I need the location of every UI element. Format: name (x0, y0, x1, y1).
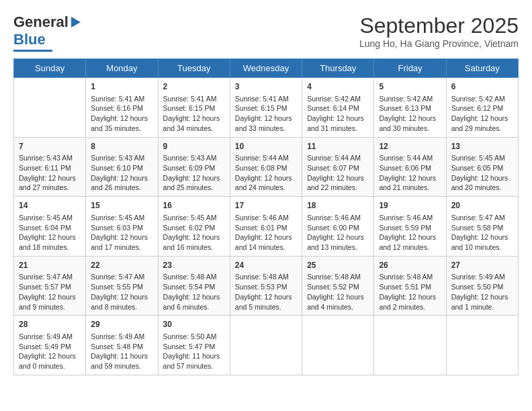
calendar-cell: 16Sunrise: 5:45 AM Sunset: 6:02 PM Dayli… (158, 197, 230, 257)
page-subtitle: Lung Ho, Ha Giang Province, Vietnam (359, 38, 519, 49)
calendar-cell: 28Sunrise: 5:49 AM Sunset: 5:49 PM Dayli… (14, 316, 86, 375)
calendar-cell: 9Sunrise: 5:43 AM Sunset: 6:09 PM Daylig… (158, 137, 230, 197)
logo-text-blue: Blue (13, 31, 46, 48)
day-number: 14 (19, 200, 81, 212)
day-number: 7 (19, 141, 81, 152)
calendar-cell: 27Sunrise: 5:49 AM Sunset: 5:50 PM Dayli… (446, 256, 518, 316)
day-info: Sunrise: 5:45 AM Sunset: 6:05 PM Dayligh… (451, 153, 513, 193)
col-wednesday: Wednesday (230, 59, 302, 78)
day-info: Sunrise: 5:42 AM Sunset: 6:13 PM Dayligh… (379, 94, 441, 134)
day-number: 11 (307, 141, 369, 152)
day-info: Sunrise: 5:49 AM Sunset: 5:50 PM Dayligh… (451, 272, 513, 312)
calendar-cell: 25Sunrise: 5:48 AM Sunset: 5:52 PM Dayli… (302, 256, 374, 316)
calendar-cell (14, 78, 86, 138)
day-number: 2 (163, 81, 225, 93)
day-info: Sunrise: 5:43 AM Sunset: 6:10 PM Dayligh… (91, 153, 152, 193)
calendar-cell: 20Sunrise: 5:47 AM Sunset: 5:58 PM Dayli… (446, 197, 518, 257)
day-info: Sunrise: 5:48 AM Sunset: 5:52 PM Dayligh… (307, 272, 369, 312)
logo-text-general: General (13, 13, 69, 31)
col-sunday: Sunday (14, 59, 86, 78)
col-thursday: Thursday (302, 59, 374, 78)
day-number: 12 (379, 141, 441, 152)
day-number: 18 (307, 200, 369, 212)
day-number: 24 (235, 260, 297, 271)
calendar-cell: 19Sunrise: 5:46 AM Sunset: 5:59 PM Dayli… (374, 197, 446, 257)
day-info: Sunrise: 5:49 AM Sunset: 5:48 PM Dayligh… (91, 332, 152, 371)
day-info: Sunrise: 5:43 AM Sunset: 6:09 PM Dayligh… (163, 153, 225, 193)
day-info: Sunrise: 5:46 AM Sunset: 6:01 PM Dayligh… (235, 213, 297, 253)
day-info: Sunrise: 5:44 AM Sunset: 6:08 PM Dayligh… (235, 153, 297, 193)
day-info: Sunrise: 5:45 AM Sunset: 6:02 PM Dayligh… (163, 213, 225, 253)
logo-arrow-icon (71, 17, 81, 28)
calendar-cell: 23Sunrise: 5:48 AM Sunset: 5:54 PM Dayli… (158, 256, 230, 316)
day-info: Sunrise: 5:41 AM Sunset: 6:15 PM Dayligh… (235, 94, 297, 134)
day-number: 27 (451, 260, 513, 271)
day-number: 3 (235, 81, 297, 93)
day-info: Sunrise: 5:41 AM Sunset: 6:16 PM Dayligh… (91, 94, 152, 134)
logo-underline (13, 50, 52, 52)
calendar-week-row: 21Sunrise: 5:47 AM Sunset: 5:57 PM Dayli… (14, 256, 519, 316)
day-number: 6 (451, 81, 513, 93)
calendar-cell: 12Sunrise: 5:44 AM Sunset: 6:06 PM Dayli… (374, 137, 446, 197)
day-info: Sunrise: 5:49 AM Sunset: 5:49 PM Dayligh… (19, 332, 81, 371)
logo: General Blue (13, 13, 81, 52)
calendar-cell: 15Sunrise: 5:45 AM Sunset: 6:03 PM Dayli… (86, 197, 158, 257)
calendar-cell: 13Sunrise: 5:45 AM Sunset: 6:05 PM Dayli… (446, 137, 518, 197)
calendar-table: Sunday Monday Tuesday Wednesday Thursday… (13, 58, 519, 375)
page-title: September 2025 (359, 13, 519, 38)
calendar-cell: 7Sunrise: 5:43 AM Sunset: 6:11 PM Daylig… (14, 137, 86, 197)
day-number: 13 (451, 141, 513, 152)
day-number: 30 (163, 319, 225, 330)
day-number: 22 (91, 260, 152, 271)
day-number: 25 (307, 260, 369, 271)
day-number: 23 (163, 260, 225, 271)
calendar-cell: 17Sunrise: 5:46 AM Sunset: 6:01 PM Dayli… (230, 197, 302, 257)
day-number: 4 (307, 81, 369, 93)
calendar-cell (230, 316, 302, 375)
day-number: 21 (19, 260, 81, 271)
col-saturday: Saturday (446, 59, 518, 78)
day-number: 17 (235, 200, 297, 212)
calendar-cell: 14Sunrise: 5:45 AM Sunset: 6:04 PM Dayli… (14, 197, 86, 257)
calendar-week-row: 7Sunrise: 5:43 AM Sunset: 6:11 PM Daylig… (14, 137, 519, 197)
day-info: Sunrise: 5:43 AM Sunset: 6:11 PM Dayligh… (19, 153, 81, 193)
day-number: 16 (163, 200, 225, 212)
calendar-cell: 8Sunrise: 5:43 AM Sunset: 6:10 PM Daylig… (86, 137, 158, 197)
calendar-cell: 6Sunrise: 5:42 AM Sunset: 6:12 PM Daylig… (446, 78, 518, 138)
day-info: Sunrise: 5:46 AM Sunset: 5:59 PM Dayligh… (379, 213, 441, 253)
calendar-cell: 1Sunrise: 5:41 AM Sunset: 6:16 PM Daylig… (86, 78, 158, 138)
day-info: Sunrise: 5:48 AM Sunset: 5:51 PM Dayligh… (379, 272, 441, 312)
day-number: 9 (163, 141, 225, 152)
col-monday: Monday (86, 59, 158, 78)
day-number: 5 (379, 81, 441, 93)
day-info: Sunrise: 5:47 AM Sunset: 5:57 PM Dayligh… (19, 272, 81, 312)
day-info: Sunrise: 5:48 AM Sunset: 5:53 PM Dayligh… (235, 272, 297, 312)
day-info: Sunrise: 5:50 AM Sunset: 5:47 PM Dayligh… (163, 332, 225, 371)
day-info: Sunrise: 5:47 AM Sunset: 5:55 PM Dayligh… (91, 272, 152, 312)
day-number: 10 (235, 141, 297, 152)
calendar-cell: 21Sunrise: 5:47 AM Sunset: 5:57 PM Dayli… (14, 256, 86, 316)
day-info: Sunrise: 5:48 AM Sunset: 5:54 PM Dayligh… (163, 272, 225, 312)
calendar-cell (374, 316, 446, 375)
calendar-cell: 10Sunrise: 5:44 AM Sunset: 6:08 PM Dayli… (230, 137, 302, 197)
day-number: 20 (451, 200, 513, 212)
day-info: Sunrise: 5:46 AM Sunset: 6:00 PM Dayligh… (307, 213, 369, 253)
calendar-cell (446, 316, 518, 375)
calendar-cell: 4Sunrise: 5:42 AM Sunset: 6:14 PM Daylig… (302, 78, 374, 138)
calendar-cell (302, 316, 374, 375)
title-block: September 2025 Lung Ho, Ha Giang Provinc… (359, 13, 519, 49)
calendar-cell: 2Sunrise: 5:41 AM Sunset: 6:15 PM Daylig… (158, 78, 230, 138)
day-info: Sunrise: 5:45 AM Sunset: 6:03 PM Dayligh… (91, 213, 152, 253)
calendar-week-row: 14Sunrise: 5:45 AM Sunset: 6:04 PM Dayli… (14, 197, 519, 257)
day-number: 1 (91, 81, 152, 93)
calendar-cell: 3Sunrise: 5:41 AM Sunset: 6:15 PM Daylig… (230, 78, 302, 138)
calendar-cell: 18Sunrise: 5:46 AM Sunset: 6:00 PM Dayli… (302, 197, 374, 257)
day-info: Sunrise: 5:42 AM Sunset: 6:12 PM Dayligh… (451, 94, 513, 134)
calendar-header-row: Sunday Monday Tuesday Wednesday Thursday… (14, 59, 519, 78)
day-info: Sunrise: 5:45 AM Sunset: 6:04 PM Dayligh… (19, 213, 81, 253)
day-number: 28 (19, 319, 81, 330)
day-number: 19 (379, 200, 441, 212)
calendar-cell: 29Sunrise: 5:49 AM Sunset: 5:48 PM Dayli… (86, 316, 158, 375)
page-header: General Blue September 2025 Lung Ho, Ha … (13, 13, 519, 52)
calendar-week-row: 28Sunrise: 5:49 AM Sunset: 5:49 PM Dayli… (14, 316, 519, 375)
